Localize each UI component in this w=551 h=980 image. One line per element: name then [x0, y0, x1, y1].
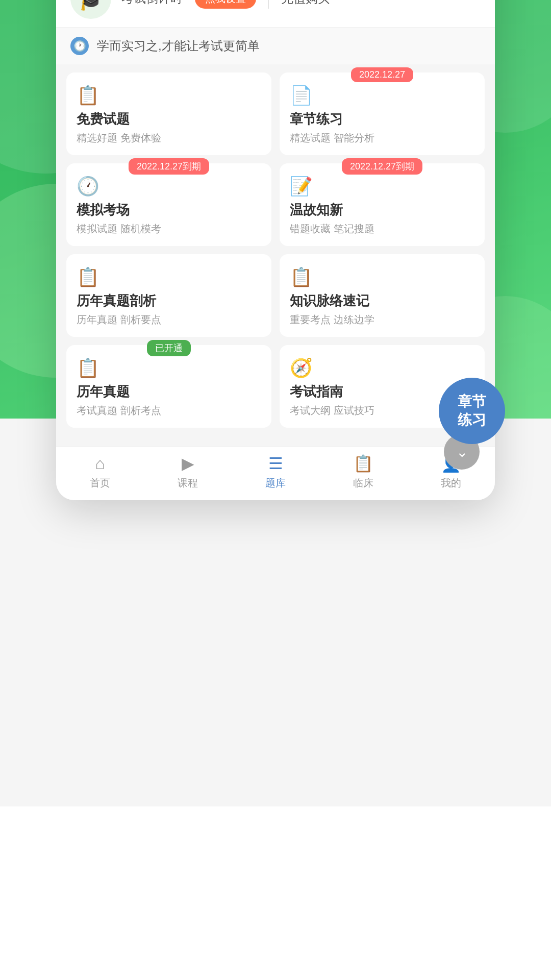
nav-label-questions: 题库: [265, 476, 286, 490]
past-questions-icon: 📋: [77, 357, 261, 379]
past-questions-desc: 考试真题 剖析考点: [77, 404, 261, 418]
app-container: 护理学(护师)-全程特惠班 ∨ 🎓 考试倒计时 点我设置 充值购买 🕐 学而实习…: [56, 0, 495, 500]
nav-label-courses: 课程: [178, 476, 198, 490]
mock-exam-icon: 🕐: [77, 176, 261, 197]
recharge-button[interactable]: 充值购买: [281, 0, 330, 7]
exam-guide-icon: 🧭: [290, 357, 474, 379]
chapter-badge: 2022.12.27: [351, 67, 413, 82]
feature-card-review[interactable]: 2022.12.27到期 📝 温故知新 错题收藏 笔记搜题: [280, 163, 485, 246]
feature-card-free[interactable]: 📋 免费试题 精选好题 免费体验: [66, 72, 271, 155]
badge-chapter: 章节 练习: [439, 378, 505, 444]
nav-item-home[interactable]: ⌂ 首页: [90, 454, 110, 490]
chapter-practice-title: 章节练习: [290, 110, 474, 128]
nav-label-home: 首页: [90, 476, 110, 490]
knowledge-title: 知识脉络速记: [290, 292, 474, 310]
free-questions-title: 免费试题: [77, 110, 261, 128]
countdown-label: 考试倒计时: [121, 0, 183, 7]
clinic-icon: 📋: [353, 454, 373, 473]
motto-text: 学而实习之,才能让考试更简单: [97, 38, 260, 54]
chapter-practice-icon: 📄: [290, 85, 474, 106]
user-bar: 🎓 考试倒计时 点我设置 充值购买: [56, 0, 495, 28]
chapter-practice-desc: 精选试题 智能分析: [290, 131, 474, 145]
nav-item-clinic[interactable]: 📋 临床: [353, 454, 373, 490]
home-icon: ⌂: [95, 454, 105, 473]
courses-icon: ▶: [182, 454, 194, 473]
past-questions-title: 历年真题: [77, 383, 261, 401]
past-questions-badge: 已开通: [147, 340, 191, 356]
nav-label-mine: 我的: [441, 476, 461, 490]
feature-card-past-analysis[interactable]: 📋 历年真题剖析 历年真题 剖析要点: [66, 254, 271, 337]
review-icon: 📝: [290, 176, 474, 197]
past-analysis-icon: 📋: [77, 266, 261, 288]
feature-card-mock[interactable]: 2022.12.27到期 🕐 模拟考场 模拟试题 随机模考: [66, 163, 271, 246]
review-title: 温故知新: [290, 201, 474, 219]
knowledge-icon: 📋: [290, 266, 474, 288]
clock-icon: 🕐: [70, 37, 89, 55]
past-analysis-desc: 历年真题 剖析要点: [77, 313, 261, 327]
avatar: 🎓: [70, 0, 111, 19]
avatar-figure: 🎓: [77, 0, 105, 12]
review-badge: 2022.12.27到期: [342, 158, 422, 175]
free-questions-desc: 精选好题 免费体验: [77, 131, 261, 145]
feature-card-past-questions[interactable]: 已开通 📋 历年真题 考试真题 剖析考点: [66, 345, 271, 428]
feature-card-chapter[interactable]: 2022.12.27 📄 章节练习 精选试题 智能分析: [280, 72, 485, 155]
mock-exam-title: 模拟考场: [77, 201, 261, 219]
nav-item-courses[interactable]: ▶ 课程: [178, 454, 198, 490]
nav-item-questions[interactable]: ☰ 题库: [265, 454, 286, 490]
free-questions-icon: 📋: [77, 85, 261, 106]
feature-grid: 📋 免费试题 精选好题 免费体验 2022.12.27 📄 章节练习 精选试题 …: [56, 64, 495, 436]
mock-exam-desc: 模拟试题 随机模考: [77, 222, 261, 236]
feature-card-knowledge[interactable]: 📋 知识脉络速记 重要考点 边练边学: [280, 254, 485, 337]
review-desc: 错题收藏 笔记搜题: [290, 222, 474, 236]
user-bar-info: 考试倒计时 点我设置 充值购买: [121, 0, 481, 9]
past-analysis-title: 历年真题剖析: [77, 292, 261, 310]
mock-badge: 2022.12.27到期: [129, 158, 209, 175]
knowledge-desc: 重要考点 边练边学: [290, 313, 474, 327]
bottom-nav: ⌂ 首页 ▶ 课程 ☰ 题库 📋 临床 👤 我的: [56, 446, 495, 500]
questions-icon: ☰: [268, 454, 283, 473]
nav-label-clinic: 临床: [353, 476, 373, 490]
motto-bar: 🕐 学而实习之,才能让考试更简单: [56, 28, 495, 64]
divider-vertical: [268, 0, 269, 9]
set-button[interactable]: 点我设置: [195, 0, 256, 9]
